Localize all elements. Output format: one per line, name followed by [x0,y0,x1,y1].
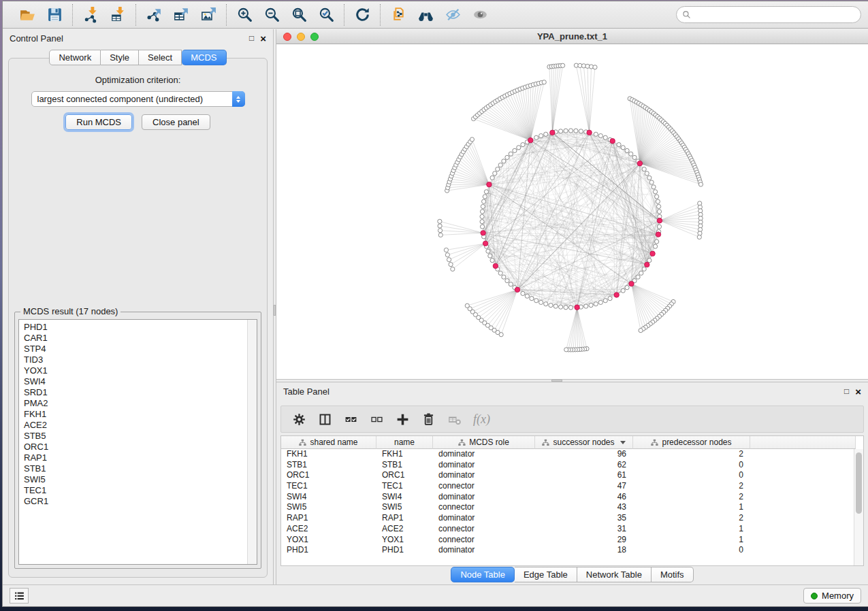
network-node[interactable] [483,195,487,199]
network-node[interactable] [568,129,573,133]
hide-selected-button[interactable] [439,4,466,26]
network-node[interactable] [625,148,629,152]
network-node[interactable] [553,304,558,308]
mcds-hub-node[interactable] [493,263,498,268]
network-node[interactable] [517,146,521,150]
result-list-item[interactable]: PHD1 [19,322,246,333]
node-table[interactable]: shared namenameMCDS rolesuccessor nodesp… [280,435,864,566]
table-row[interactable]: RAP1RAP1dominator352 [281,513,863,524]
network-node[interactable] [447,258,451,262]
network-node[interactable] [647,259,652,263]
network-node[interactable] [482,199,486,203]
network-node[interactable] [521,143,525,147]
network-node[interactable] [502,159,506,163]
result-list-item[interactable]: SWI4 [19,376,246,387]
column-header-successor-nodes[interactable]: successor nodes [535,436,633,449]
network-node[interactable] [564,129,568,133]
network-search-box[interactable] [676,6,861,23]
toggle-columns-button[interactable] [318,412,332,427]
zoom-out-button[interactable] [258,4,285,26]
network-node[interactable] [544,132,548,136]
network-node[interactable] [625,286,629,290]
network-node[interactable] [655,195,659,199]
result-list-item[interactable]: CAR1 [19,333,246,344]
network-node[interactable] [438,233,443,237]
table-scrollbar[interactable] [854,449,863,565]
network-node[interactable] [621,288,625,293]
tab-select[interactable]: Select [139,50,182,65]
network-node[interactable] [490,176,494,180]
save-session-button[interactable] [41,4,68,26]
settings-gear-button[interactable] [292,412,306,427]
network-node[interactable] [657,210,661,214]
mcds-hub-node[interactable] [515,287,519,292]
network-node[interactable] [544,302,548,306]
network-node[interactable] [594,132,598,136]
mcds-hub-node[interactable] [575,305,579,310]
network-node[interactable] [539,133,543,137]
tab-motifs[interactable]: Motifs [652,567,694,582]
task-history-button[interactable] [10,588,29,604]
mcds-hub-node[interactable] [587,130,592,135]
network-node[interactable] [470,137,474,142]
export-network-button[interactable] [140,4,167,26]
network-node[interactable] [542,80,546,84]
result-list-item[interactable]: TEC1 [19,485,246,496]
tab-network-table[interactable]: Network Table [577,567,652,582]
import-network-button[interactable] [77,4,104,26]
network-node[interactable] [561,63,565,67]
column-header-shared-name[interactable]: shared name [281,436,376,449]
network-node[interactable] [594,302,598,306]
splitter-grabber[interactable] [274,305,276,316]
network-node[interactable] [579,129,583,133]
network-node[interactable] [655,240,659,244]
network-node[interactable] [481,204,485,208]
mcds-hub-node[interactable] [550,130,555,135]
network-node[interactable] [598,133,602,137]
network-node[interactable] [603,299,607,303]
mcds-hub-node[interactable] [637,161,642,165]
network-node[interactable] [534,299,539,303]
network-node[interactable] [621,146,625,150]
result-list-item[interactable]: YOX1 [19,365,246,376]
result-list-item[interactable]: SWI5 [19,474,246,485]
network-node[interactable] [513,148,517,152]
network-node[interactable] [653,244,657,248]
network-node[interactable] [636,275,640,279]
network-node[interactable] [530,297,534,301]
network-node[interactable] [486,249,490,253]
network-node[interactable] [568,306,573,310]
network-node[interactable] [505,279,509,283]
network-node[interactable] [657,204,661,208]
network-node[interactable] [484,190,488,194]
network-node[interactable] [509,282,513,286]
column-header-name[interactable]: name [376,436,433,449]
splitter-grabber[interactable] [551,380,562,382]
result-list-item[interactable]: GCR1 [19,496,246,507]
column-header-predecessor-nodes[interactable]: predecessor nodes [633,436,750,449]
export-table-button[interactable] [167,4,195,26]
network-node[interactable] [598,300,602,304]
network-node[interactable] [656,199,660,203]
tab-style[interactable]: Style [101,50,139,65]
network-node[interactable] [617,143,621,147]
zoom-fit-button[interactable] [285,4,312,26]
network-node[interactable] [652,185,656,189]
network-node[interactable] [645,171,649,176]
network-canvas[interactable] [276,44,868,379]
network-node[interactable] [642,167,646,171]
optimization-criterion-select[interactable]: largest connected component (undirected) [31,91,245,107]
clone-network-button[interactable] [385,4,412,26]
network-node[interactable] [505,155,509,159]
network-node[interactable] [465,303,469,308]
result-list-item[interactable]: ACE2 [19,420,246,431]
scrollbar-thumb[interactable] [856,452,862,514]
network-node[interactable] [574,129,578,133]
mcds-hub-node[interactable] [614,293,619,297]
tab-edge-table[interactable]: Edge Table [515,567,577,582]
network-node[interactable] [480,210,484,214]
network-node[interactable] [451,267,455,271]
network-node[interactable] [559,305,563,309]
mcds-result-list[interactable]: PHD1CAR1STP4TID3YOX1SWI4SRD1PMA2FKH1ACE2… [18,319,257,565]
float-panel-icon[interactable]: □ [844,387,849,395]
